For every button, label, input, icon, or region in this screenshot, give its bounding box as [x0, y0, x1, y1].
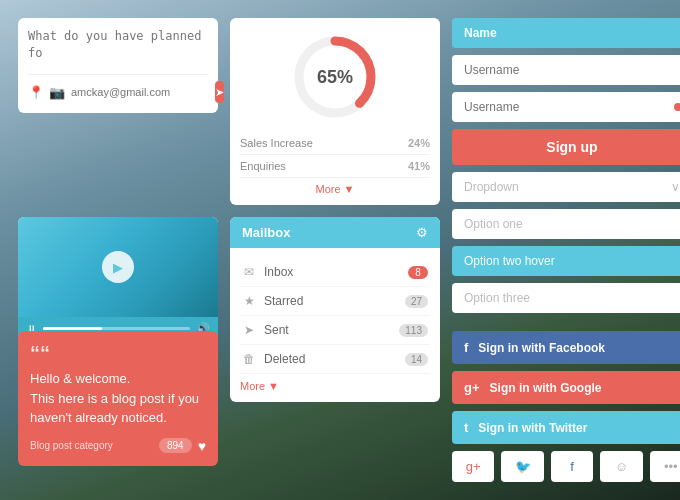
mailbox-widget: Mailbox ⚙ ✉ Inbox 8 ★ Starred 27 ➤ Sent … [230, 217, 440, 402]
trash-icon: 🗑 [242, 352, 256, 366]
video-thumbnail: ▶ [18, 217, 218, 317]
dropdown-label: Dropdown [464, 180, 519, 194]
deleted-badge: 14 [405, 353, 428, 366]
stat-label-sales: Sales Increase [240, 137, 313, 149]
blog-widget: ““ Hello & welcome.This here is a blog p… [18, 331, 218, 466]
progress-fill [43, 327, 102, 330]
gear-icon[interactable]: ⚙ [416, 225, 428, 240]
stat-label-enquiries: Enquiries [240, 160, 286, 172]
post-widget: 📍 📷 ➤ [18, 18, 218, 113]
play-button[interactable]: ▶ [102, 251, 134, 283]
mini-google-button[interactable]: g+ [452, 451, 494, 482]
chart-widget: 65% Sales Increase 24% Enquiries 41% Mor… [230, 18, 440, 205]
send-button[interactable]: ➤ [215, 81, 224, 103]
mail-item-inbox[interactable]: ✉ Inbox 8 [240, 258, 430, 287]
deleted-label: Deleted [264, 352, 305, 366]
chart-more-link[interactable]: More ▼ [315, 183, 354, 195]
sent-icon: ➤ [242, 323, 256, 337]
stat-row-sales: Sales Increase 24% [240, 132, 430, 155]
progress-bar[interactable] [43, 327, 190, 330]
camera-icon[interactable]: 📷 [49, 85, 65, 100]
google-signin-button[interactable]: g+ Sign in with Google [452, 371, 680, 404]
mail-item-deleted[interactable]: 🗑 Deleted 14 [240, 345, 430, 374]
blog-footer: Blog post category 894 ♥ [30, 438, 206, 454]
blog-heart-icon[interactable]: ♥ [198, 438, 206, 454]
twitter-label: Sign in with Twitter [478, 421, 587, 435]
stat-value-sales: 24% [408, 137, 430, 149]
inbox-icon: ✉ [242, 265, 256, 279]
mailbox-more-link[interactable]: More ▼ [240, 380, 430, 392]
mini-facebook-button[interactable]: f [551, 451, 593, 482]
dropdown[interactable]: Dropdown ∨ [452, 172, 680, 202]
blog-category: Blog post category [30, 440, 113, 451]
google-label: Sign in with Google [490, 381, 602, 395]
username-field-1[interactable] [452, 55, 680, 85]
ui-container: 📍 📷 ➤ 65% Sales Increase 24% Enquiries 4… [0, 0, 680, 500]
mini-twitter-button[interactable]: 🐦 [501, 451, 543, 482]
facebook-icon: f [464, 340, 468, 355]
mail-item-starred[interactable]: ★ Starred 27 [240, 287, 430, 316]
signup-button[interactable]: Sign up [452, 129, 680, 165]
post-input[interactable] [28, 28, 208, 66]
donut-chart: 65% [290, 32, 380, 122]
facebook-label: Sign in with Facebook [478, 341, 605, 355]
chart-percentage: 65% [317, 67, 353, 88]
google-icon: g+ [464, 380, 480, 395]
blog-text: Hello & welcome.This here is a blog post… [30, 369, 206, 428]
twitter-icon: t [464, 420, 468, 435]
chart-stats: Sales Increase 24% Enquiries 41% [240, 132, 430, 178]
starred-badge: 27 [405, 295, 428, 308]
option-three[interactable]: Option three [452, 283, 680, 313]
mini-social-row: g+ 🐦 f ☺ ••• [452, 451, 680, 482]
stat-row-enquiries: Enquiries 41% [240, 155, 430, 178]
option-one[interactable]: Option one [452, 209, 680, 239]
email-input[interactable] [71, 86, 209, 98]
mini-smiley-button[interactable]: ☺ [600, 451, 642, 482]
username-field-1-wrap [452, 55, 680, 85]
name-label: Name [452, 18, 680, 48]
facebook-signin-button[interactable]: f Sign in with Facebook [452, 331, 680, 364]
option-two-hover[interactable]: Option two hover [452, 246, 680, 276]
sent-badge: 113 [399, 324, 428, 337]
chevron-down-icon: ∨ [671, 180, 680, 194]
starred-label: Starred [264, 294, 303, 308]
mailbox-header: Mailbox ⚙ [230, 217, 440, 248]
required-indicator [674, 103, 680, 111]
social-widget: f Sign in with Facebook g+ Sign in with … [452, 331, 680, 482]
mini-more-button[interactable]: ••• [650, 451, 680, 482]
mailbox-title: Mailbox [242, 225, 290, 240]
signup-widget: Name Sign up Dropdown ∨ Option one Optio… [452, 18, 680, 313]
inbox-badge: 8 [408, 266, 428, 279]
username-field-2-wrap [452, 92, 680, 122]
sent-label: Sent [264, 323, 289, 337]
username-field-2[interactable] [452, 92, 680, 122]
stat-value-enquiries: 41% [408, 160, 430, 172]
twitter-signin-button[interactable]: t Sign in with Twitter [452, 411, 680, 444]
inbox-label: Inbox [264, 265, 293, 279]
quote-icon: ““ [30, 343, 206, 363]
blog-count: 894 [159, 438, 192, 453]
mail-item-sent[interactable]: ➤ Sent 113 [240, 316, 430, 345]
location-icon[interactable]: 📍 [28, 85, 44, 100]
star-icon: ★ [242, 294, 256, 308]
